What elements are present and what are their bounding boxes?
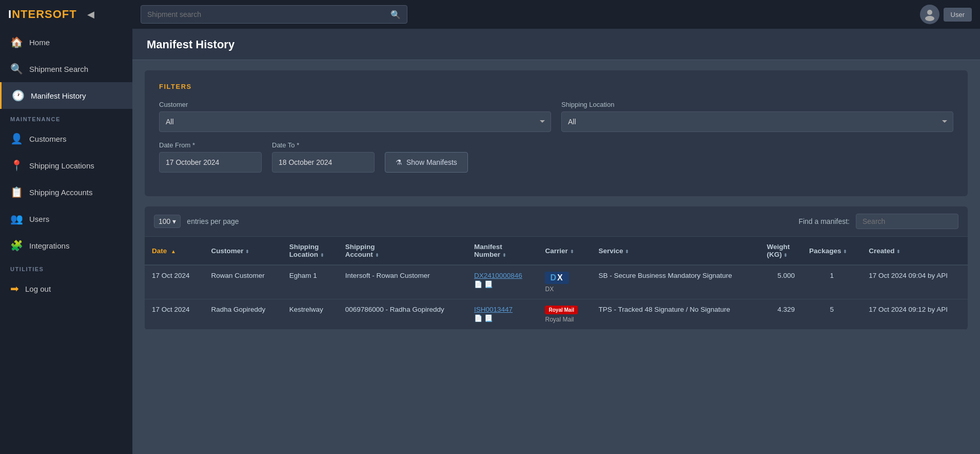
cell-carrier: Royal Mail Royal Mail bbox=[538, 299, 591, 330]
user-menu-button[interactable]: User bbox=[944, 8, 972, 22]
shipment-search-icon: 🔍 bbox=[10, 63, 23, 75]
logo-ntersoft: NTERSOFT bbox=[12, 8, 77, 21]
date-to-input[interactable] bbox=[272, 152, 375, 173]
table-header-row: Date ▲ Customer ⬍ ShippingLocation ⬍ Shi… bbox=[145, 237, 968, 265]
col-date[interactable]: Date ▲ bbox=[145, 237, 204, 265]
col-shipping-location[interactable]: ShippingLocation ⬍ bbox=[282, 237, 338, 265]
col-weight[interactable]: Weight(KG) ⬍ bbox=[759, 237, 802, 265]
avatar-icon bbox=[923, 7, 937, 22]
page-title: Manifest History bbox=[147, 38, 966, 51]
page-header: Manifest History bbox=[132, 29, 980, 60]
sidebar-item-shipping-locations[interactable]: 📍 Shipping Locations bbox=[0, 152, 132, 179]
shipping-location-label: Shipping Location bbox=[561, 101, 953, 108]
cell-date: 17 Oct 2024 bbox=[145, 265, 204, 299]
cell-customer: Rowan Customer bbox=[204, 265, 282, 299]
main-content: Manifest History FILTERS Customer All Sh… bbox=[132, 29, 980, 454]
col-created[interactable]: Created ⬍ bbox=[861, 237, 968, 265]
shipping-locations-icon: 📍 bbox=[10, 159, 23, 172]
sidebar-item-users[interactable]: 👥 Users bbox=[0, 205, 132, 232]
customer-label: Customer bbox=[159, 101, 551, 108]
shipping-location-select[interactable]: All bbox=[561, 111, 953, 132]
cell-shipping-location: Egham 1 bbox=[282, 265, 338, 299]
sidebar-item-label: Log out bbox=[25, 285, 51, 293]
find-manifest-label: Find a manifest: bbox=[798, 217, 850, 225]
date-from-input[interactable] bbox=[159, 152, 262, 173]
doc-icon[interactable]: 📄 bbox=[474, 280, 482, 288]
file-icon[interactable]: 📃 bbox=[484, 314, 493, 322]
filters-label: FILTERS bbox=[159, 83, 953, 90]
sidebar-item-customers[interactable]: 👤 Customers bbox=[0, 125, 132, 152]
manifest-history-icon: 🕐 bbox=[12, 89, 25, 102]
topbar-right: User bbox=[920, 5, 972, 24]
table-toolbar: 100 ▾ entries per page Find a manifest: bbox=[145, 206, 968, 237]
sidebar-item-label: Customers bbox=[29, 135, 67, 143]
cell-shipping-location: Kestrelway bbox=[282, 299, 338, 330]
sidebar-item-manifest-history[interactable]: 🕐 Manifest History bbox=[0, 82, 132, 109]
col-service[interactable]: Service ⬍ bbox=[591, 237, 759, 265]
manifest-link[interactable]: DX2410000846 bbox=[474, 272, 522, 279]
shipping-location-filter-group: Shipping Location All bbox=[561, 101, 953, 132]
sidebar-item-shipping-accounts[interactable]: 📋 Shipping Accounts bbox=[0, 179, 132, 205]
table-row: 17 Oct 2024 Radha Gopireddy Kestrelway 0… bbox=[145, 299, 968, 330]
cell-packages: 1 bbox=[802, 265, 861, 299]
col-manifest-number[interactable]: ManifestNumber ⬍ bbox=[467, 237, 538, 265]
manifest-link[interactable]: ISH0013447 bbox=[474, 306, 513, 313]
sidebar-item-integrations[interactable]: 🧩 Integrations bbox=[0, 232, 132, 259]
maintenance-section-label: MAINTENANCE bbox=[0, 109, 132, 125]
filter-icon: ⚗ bbox=[396, 158, 402, 166]
date-from-group: Date From * bbox=[159, 141, 262, 173]
filters-card: FILTERS Customer All Shipping Location A… bbox=[145, 70, 968, 196]
customer-filter-group: Customer All bbox=[159, 101, 551, 132]
cell-weight: 4.329 bbox=[759, 299, 802, 330]
cell-packages: 5 bbox=[802, 299, 861, 330]
entries-value: 100 bbox=[159, 217, 170, 225]
sidebar-item-label: Shipment Search bbox=[29, 65, 88, 73]
cell-created: 17 Oct 2024 09:04 by API bbox=[861, 265, 968, 299]
show-manifests-button[interactable]: ⚗ Show Manifests bbox=[385, 152, 468, 173]
customer-select[interactable]: All bbox=[159, 111, 551, 132]
cell-customer: Radha Gopireddy bbox=[204, 299, 282, 330]
filter-row-2: Date From * Date To * ⚗ Show Manifests bbox=[159, 141, 953, 173]
cell-date: 17 Oct 2024 bbox=[145, 299, 204, 330]
layout: 🏠 Home 🔍 Shipment Search 🕐 Manifest Hist… bbox=[0, 29, 980, 454]
collapse-sidebar-button[interactable]: ◀ bbox=[83, 7, 99, 22]
cell-manifest-number: DX2410000846 📄 📃 bbox=[467, 265, 538, 299]
show-manifests-label: Show Manifests bbox=[406, 158, 457, 166]
sidebar-item-label: Shipping Accounts bbox=[29, 188, 92, 197]
cell-shipping-account: 0069786000 - Radha Gopireddy bbox=[338, 299, 467, 330]
show-manifests-container: ⚗ Show Manifests bbox=[385, 152, 468, 173]
entries-select[interactable]: 100 ▾ bbox=[154, 215, 181, 228]
date-to-group: Date To * bbox=[272, 141, 375, 173]
cell-service: SB - Secure Business Mandatory Signature bbox=[591, 265, 759, 299]
file-icon[interactable]: 📃 bbox=[484, 280, 493, 288]
global-search-bar[interactable]: 🔍 bbox=[141, 5, 407, 24]
sidebar-item-shipment-search[interactable]: 🔍 Shipment Search bbox=[0, 55, 132, 82]
table-row: 17 Oct 2024 Rowan Customer Egham 1 Inter… bbox=[145, 265, 968, 299]
col-carrier[interactable]: Carrier ⬍ bbox=[538, 237, 591, 265]
svg-point-1 bbox=[925, 16, 934, 21]
topbar: INTERSOFT ◀ 🔍 User bbox=[0, 0, 980, 29]
sidebar-item-label: Integrations bbox=[29, 241, 69, 250]
cell-shipping-account: Intersoft - Rowan Customer bbox=[338, 265, 467, 299]
cell-weight: 5.000 bbox=[759, 265, 802, 299]
col-shipping-account[interactable]: ShippingAccount ⬍ bbox=[338, 237, 467, 265]
col-customer[interactable]: Customer ⬍ bbox=[204, 237, 282, 265]
logo: INTERSOFT ◀ bbox=[8, 7, 136, 22]
shipping-accounts-icon: 📋 bbox=[10, 186, 23, 198]
entries-label: entries per page bbox=[187, 217, 239, 225]
sidebar-item-label: Users bbox=[29, 215, 49, 223]
col-packages[interactable]: Packages ⬍ bbox=[802, 237, 861, 265]
sidebar: 🏠 Home 🔍 Shipment Search 🕐 Manifest Hist… bbox=[0, 29, 132, 454]
logo-text: INTERSOFT bbox=[8, 8, 77, 21]
search-input[interactable] bbox=[147, 10, 390, 18]
filter-row-1: Customer All Shipping Location All bbox=[159, 101, 953, 132]
chevron-down-icon: ▾ bbox=[172, 217, 176, 225]
sidebar-item-home[interactable]: 🏠 Home bbox=[0, 29, 132, 55]
sidebar-item-label: Manifest History bbox=[31, 91, 86, 100]
date-from-label: Date From * bbox=[159, 141, 262, 149]
cell-service: TPS - Tracked 48 Signature / No Signatur… bbox=[591, 299, 759, 330]
find-manifest-input[interactable] bbox=[856, 214, 958, 229]
svg-point-0 bbox=[927, 10, 932, 15]
doc-icon[interactable]: 📄 bbox=[474, 314, 482, 322]
sidebar-item-logout[interactable]: ➡ Log out bbox=[0, 275, 132, 302]
